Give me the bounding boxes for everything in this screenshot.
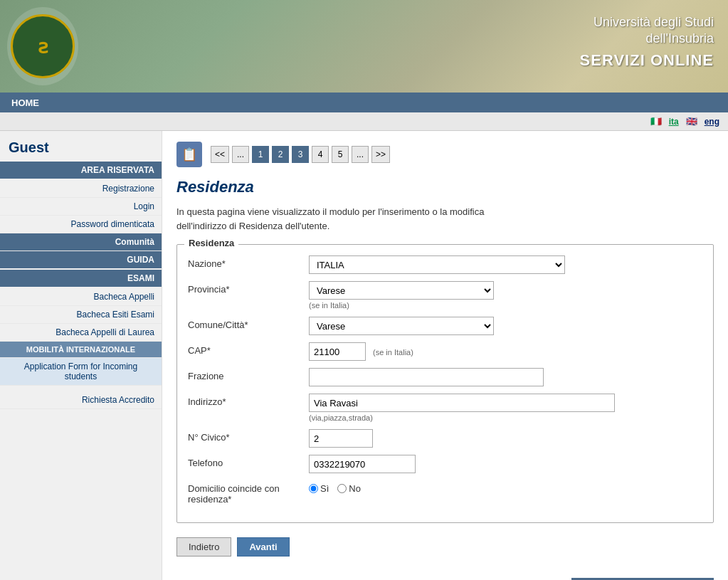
telefono-input[interactable] [309, 455, 416, 473]
indirizzo-control: (via,piazza,strada) [309, 394, 702, 422]
page-5[interactable]: 5 [332, 146, 349, 163]
form-section-legend: Residenza [184, 238, 238, 248]
domicilio-control: Sì No [309, 480, 702, 494]
domicilio-si-text: Sì [320, 483, 329, 494]
civico-label: N° Civico* [188, 429, 302, 443]
comune-control: Varese [309, 317, 702, 335]
flag-ita-icon: 🇮🇹 [650, 116, 662, 127]
servizi-online: SERVIZI ONLINE [580, 51, 714, 70]
domicilio-no-radio[interactable] [337, 484, 347, 493]
sidebar-item-bacheca-appelli[interactable]: Bacheca Appelli [0, 288, 162, 306]
page-3[interactable]: 3 [292, 146, 309, 163]
page-last[interactable]: >> [371, 146, 390, 163]
page-title: Residenza [176, 178, 714, 196]
domicilio-no-label[interactable]: No [337, 483, 361, 494]
form-row-indirizzo: Indirizzo* (via,piazza,strada) [188, 394, 702, 422]
form-row-provincia: Provincia* Varese (se in Italia) [188, 281, 702, 310]
civico-input[interactable] [309, 429, 373, 448]
frazione-control [309, 368, 702, 386]
home-link[interactable]: HOME [6, 97, 45, 108]
pagination: 📋 << ... 1 2 3 4 5 ... >> [176, 142, 714, 167]
domicilio-no-text: No [349, 483, 361, 494]
main-content: 📋 << ... 1 2 3 4 5 ... >> Residenza In q… [162, 131, 728, 580]
header: ƨ Università degli Studi dell'Insubria S… [0, 0, 728, 93]
telefono-label: Telefono [188, 455, 302, 468]
provincia-control: Varese (se in Italia) [309, 281, 702, 310]
domicilio-si-label[interactable]: Sì [309, 483, 329, 494]
comune-select[interactable]: Varese [309, 317, 494, 335]
sidebar-item-comunita[interactable]: Comunità [0, 233, 162, 251]
form-row-civico: N° Civico* [188, 429, 702, 448]
page-4[interactable]: 4 [312, 146, 329, 163]
page-prev-dots[interactable]: ... [232, 146, 249, 163]
domicilio-label: Domicilio coincide con residenza* [188, 480, 302, 505]
main-wrapper: 📋 << ... 1 2 3 4 5 ... >> Residenza In q… [176, 142, 714, 580]
lang-bar: 🇮🇹 ita 🇬🇧 eng [0, 112, 728, 131]
form-row-domicilio: Domicilio coincide con residenza* Sì No [188, 480, 702, 505]
page-2[interactable]: 2 [272, 146, 289, 163]
sidebar-item-bacheca-esiti[interactable]: Bacheca Esiti Esami [0, 306, 162, 324]
header-text: Università degli Studi dell'Insubria SER… [580, 14, 714, 70]
nazione-label: Nazione* [188, 255, 302, 269]
navbar: HOME [0, 93, 728, 112]
provincia-select[interactable]: Varese [309, 281, 494, 300]
flag-eng-icon: 🇬🇧 [686, 116, 697, 127]
sidebar-section-esami: ESAMI [0, 270, 162, 287]
domicilio-si-radio[interactable] [309, 484, 318, 493]
cap-label: CAP* [188, 342, 302, 356]
sidebar-item-bacheca-laurea[interactable]: Bacheca Appelli di Laurea [0, 324, 162, 342]
indirizzo-input[interactable] [309, 394, 615, 412]
comune-label: Comune/Città* [188, 317, 302, 330]
btn-row: Indietro Avanti [176, 537, 714, 557]
nazione-select[interactable]: ITALIA [309, 255, 565, 274]
guest-label: Guest [0, 131, 162, 162]
lang-eng[interactable]: eng [705, 117, 719, 127]
telefono-control [309, 455, 702, 473]
sidebar-item-richiesta-accredito[interactable]: Richiesta Accredito [0, 391, 162, 409]
provincia-hint: (se in Italia) [309, 301, 702, 310]
lang-ita[interactable]: ita [669, 117, 679, 127]
form-row-comune: Comune/Città* Varese [188, 317, 702, 335]
sidebar: Guest AREA RISERVATA Registrazione Login… [0, 131, 162, 580]
cap-hint: (se in Italia) [373, 348, 413, 357]
logo: ƨ [7, 7, 78, 85]
frazione-label: Frazione [188, 368, 302, 381]
form-row-cap: CAP* 21100 (se in Italia) [188, 342, 702, 361]
nazione-control: ITALIA [309, 255, 702, 274]
form-row-nazione: Nazione* ITALIA [188, 255, 702, 274]
domicilio-radio-group: Sì No [309, 480, 702, 494]
sidebar-section-area-riservata: AREA RISERVATA [0, 162, 162, 179]
layout: Guest AREA RISERVATA Registrazione Login… [0, 131, 728, 580]
page-description: In questa pagina viene visualizzato il m… [176, 205, 714, 233]
sidebar-item-login[interactable]: Login [0, 198, 162, 216]
page-first[interactable]: << [211, 146, 229, 163]
sidebar-item-application-form[interactable]: Application Form for Incoming students [0, 358, 162, 386]
logo-circle: ƨ [11, 14, 75, 78]
form-section-residenza: Residenza Nazione* ITALIA Provincia* [176, 244, 714, 523]
cap-input[interactable]: 21100 [309, 342, 366, 361]
indirizzo-hint: (via,piazza,strada) [309, 413, 702, 422]
cap-control: 21100 (se in Italia) [309, 342, 702, 361]
civico-control [309, 429, 702, 448]
cap-group: 21100 (se in Italia) [309, 342, 702, 361]
btn-back[interactable]: Indietro [176, 537, 231, 557]
indirizzo-label: Indirizzo* [188, 394, 302, 407]
frazione-input[interactable] [309, 368, 544, 386]
sidebar-item-password[interactable]: Password dimenticata [0, 216, 162, 233]
page-next-dots[interactable]: ... [352, 146, 369, 163]
btn-next[interactable]: Avanti [237, 537, 289, 557]
form-icon: 📋 [176, 142, 202, 167]
provincia-label: Provincia* [188, 281, 302, 295]
university-name: Università degli Studi dell'Insubria [580, 14, 714, 48]
sidebar-section-guida: GUIDA [0, 251, 162, 268]
sidebar-item-registrazione[interactable]: Registrazione [0, 180, 162, 198]
form-row-telefono: Telefono [188, 455, 702, 473]
page-1[interactable]: 1 [252, 146, 269, 163]
form-row-frazione: Frazione [188, 368, 702, 386]
sidebar-section-mobilita: MOBILITÀ INTERNAZIONALE [0, 342, 162, 358]
